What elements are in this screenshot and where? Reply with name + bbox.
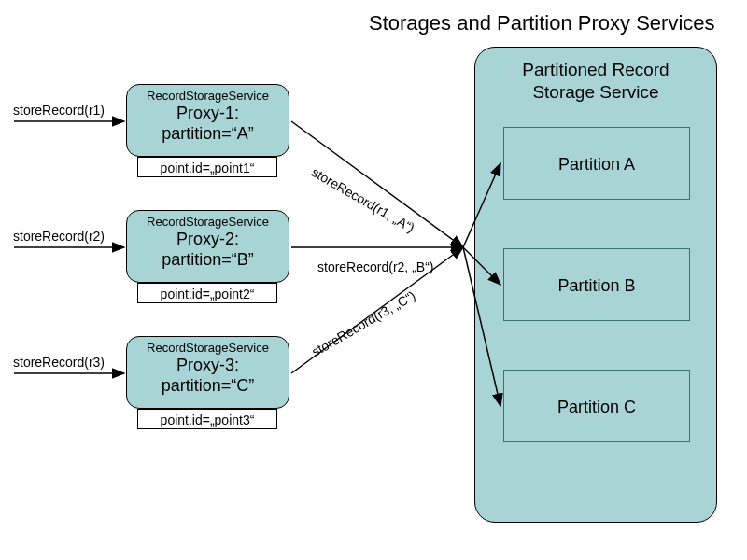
storage-title-line2: Storage Service	[532, 82, 658, 102]
proxy-2-service-label: RecordStorageService	[127, 215, 289, 229]
proxy-2-pointid: point.id=„point2“	[137, 283, 277, 303]
partition-b-box: Partition B	[503, 248, 690, 321]
incoming-call-1-label: storeRecord(r1)	[13, 103, 105, 118]
partition-a-box: Partition A	[503, 127, 690, 200]
proxy-2-partition: partition=“B”	[127, 249, 289, 270]
proxy-3-service-label: RecordStorageService	[127, 341, 289, 355]
proxy-2-name: Proxy-2:	[127, 229, 289, 249]
proxy-3-pointid: point.id=„point3“	[137, 409, 277, 429]
storage-service-box: Partitioned Record Storage Service Parti…	[474, 47, 717, 523]
diagram-title: Storages and Partition Proxy Services	[369, 11, 715, 35]
partition-c-box: Partition C	[503, 370, 690, 442]
proxy-1-pointid: point.id=„point1“	[137, 157, 277, 177]
proxy-1-partition: partition=“A”	[127, 123, 289, 144]
svg-line-3	[291, 121, 463, 247]
storage-service-title: Partitioned Record Storage Service	[475, 59, 716, 104]
proxy-3-partition: partition=“C”	[127, 375, 289, 396]
incoming-call-3-label: storeRecord(r3)	[13, 355, 105, 370]
route-call-3-label: storeRecord(r3, „C“)	[309, 287, 417, 358]
proxy-2-box: RecordStorageService Proxy-2: partition=…	[126, 210, 289, 283]
proxy-1-box: RecordStorageService Proxy-1: partition=…	[126, 84, 289, 157]
route-call-1-label: storeRecord(r1, „A“)	[309, 164, 417, 235]
proxy-1-service-label: RecordStorageService	[127, 89, 289, 103]
route-call-2-label: storeRecord(r2, „B“)	[317, 259, 433, 274]
proxy-3-box: RecordStorageService Proxy-3: partition=…	[126, 336, 289, 409]
storage-title-line1: Partitioned Record	[522, 60, 669, 79]
proxy-3-name: Proxy-3:	[127, 355, 289, 375]
proxy-1-name: Proxy-1:	[127, 103, 289, 123]
incoming-call-2-label: storeRecord(r2)	[13, 229, 105, 244]
